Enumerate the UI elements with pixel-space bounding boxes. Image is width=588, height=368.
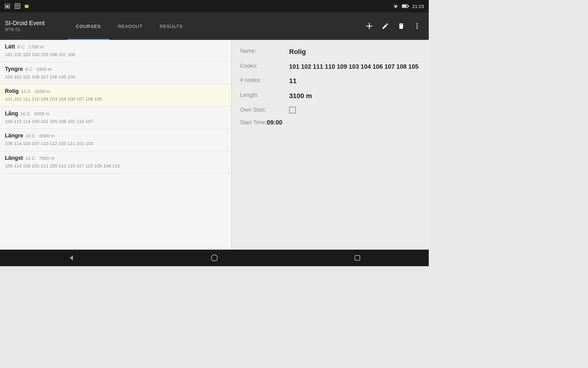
svg-rect-21 bbox=[355, 255, 360, 260]
sim-icon bbox=[5, 4, 11, 9]
back-button[interactable] bbox=[63, 250, 80, 266]
course-name-langre: Längre bbox=[5, 132, 23, 139]
detail-starttime-row: Start Time: 09:00 bbox=[240, 119, 420, 126]
name-value: Rolig bbox=[289, 47, 420, 57]
svg-line-8 bbox=[28, 5, 28, 5]
course-item-langre[interactable]: Längre 10 C 6500 m 106 114 103 107 110 1… bbox=[0, 129, 231, 151]
svg-point-3 bbox=[16, 5, 19, 7]
app-bar-actions bbox=[363, 19, 424, 33]
screenshot-icon bbox=[15, 3, 20, 9]
svg-point-5 bbox=[25, 6, 26, 7]
course-meta-langst: 13 C 7600 m bbox=[25, 155, 54, 161]
status-bar: 21:23 bbox=[0, 0, 429, 12]
svg-point-18 bbox=[417, 28, 418, 29]
svg-rect-10 bbox=[402, 5, 407, 7]
add-button[interactable] bbox=[363, 19, 376, 33]
course-item-latt[interactable]: Lätt 8 C 1700 m 101 102 103 104 105 106 … bbox=[0, 40, 231, 62]
course-name-tyngre: Tyngre bbox=[5, 66, 23, 72]
name-label: Name: bbox=[240, 47, 289, 54]
app-bar: SI-Droid Event MTB-OL COURSES READOUT RE… bbox=[0, 12, 429, 40]
detail-ownstart-row: Own Start: bbox=[240, 106, 420, 113]
more-button[interactable] bbox=[410, 19, 424, 33]
course-codes-lang: 104 115 114 109 101 105 108 102 110 107 bbox=[5, 118, 226, 125]
course-codes-latt: 101 102 103 104 105 106 107 108 bbox=[5, 51, 226, 58]
length-label: Length: bbox=[240, 91, 289, 98]
svg-point-17 bbox=[417, 25, 418, 27]
svg-rect-2 bbox=[15, 4, 20, 9]
svg-rect-11 bbox=[408, 6, 409, 7]
course-codes-tyngre: 103 102 101 108 107 106 105 104 bbox=[5, 74, 226, 81]
course-item-langst[interactable]: Längst 13 C 7600 m 106 114 103 101 111 1… bbox=[0, 151, 231, 174]
course-meta-rolig: 11 C 3100 m bbox=[21, 89, 50, 94]
own-start-label: Own Start: bbox=[240, 106, 289, 113]
course-meta-lang: 10 C 4200 m bbox=[21, 111, 49, 116]
own-start-checkbox[interactable] bbox=[289, 107, 296, 113]
detail-numcodes-row: # codes: 11 bbox=[240, 76, 420, 86]
course-name-rolig: Rolig bbox=[5, 88, 19, 94]
course-meta-langre: 10 C 6500 m bbox=[26, 133, 55, 138]
svg-point-6 bbox=[27, 6, 28, 7]
status-bar-right-icons: 21:23 bbox=[393, 4, 424, 9]
nav-tabs: COURSES READOUT RESULTS bbox=[67, 12, 363, 40]
main-content: Lätt 8 C 1700 m 101 102 103 104 105 106 … bbox=[0, 40, 429, 250]
battery-icon bbox=[402, 4, 409, 8]
start-time-value: 09:00 bbox=[267, 119, 282, 126]
tab-readout[interactable]: READOUT bbox=[109, 12, 151, 40]
course-meta-latt: 8 C 1700 m bbox=[17, 44, 44, 49]
course-codes-rolig: 101 102 111 110 109 103 104 106 107 108 … bbox=[5, 96, 226, 103]
recent-apps-button[interactable] bbox=[349, 250, 366, 266]
length-value: 3100 m bbox=[289, 91, 420, 101]
status-time: 21:23 bbox=[412, 4, 424, 9]
android-icon bbox=[24, 3, 29, 9]
wifi-icon bbox=[393, 4, 399, 9]
app-title-block: SI-Droid Event MTB-OL bbox=[5, 19, 60, 33]
home-button[interactable] bbox=[206, 250, 223, 266]
tab-results[interactable]: RESULTS bbox=[151, 12, 191, 40]
detail-panel: Name: Rolig Codes: 101 102 111 110 109 1… bbox=[232, 40, 429, 250]
codes-label: Codes: bbox=[240, 62, 289, 69]
codes-value: 101 102 111 110 109 103 104 106 107 108 … bbox=[289, 62, 420, 71]
num-codes-label: # codes: bbox=[240, 76, 289, 83]
svg-line-7 bbox=[25, 5, 25, 5]
course-name-latt: Lätt bbox=[5, 44, 15, 50]
course-item-lang[interactable]: Lång 10 C 4200 m 104 115 114 109 101 105… bbox=[0, 107, 231, 129]
course-item-rolig[interactable]: Rolig 11 C 3100 m 101 102 111 110 109 10… bbox=[0, 84, 231, 107]
status-bar-left-icons bbox=[5, 3, 29, 9]
app-title: SI-Droid Event bbox=[5, 19, 60, 27]
course-name-lang: Lång bbox=[5, 110, 18, 117]
svg-marker-19 bbox=[70, 255, 73, 260]
bottom-nav bbox=[0, 250, 429, 266]
course-list: Lätt 8 C 1700 m 101 102 103 104 105 106 … bbox=[0, 40, 232, 250]
tab-courses[interactable]: COURSES bbox=[67, 12, 109, 40]
app-subtitle: MTB-OL bbox=[5, 27, 60, 33]
svg-point-20 bbox=[211, 255, 217, 261]
course-codes-langst: 106 114 103 101 111 105 112 110 107 115 … bbox=[5, 163, 226, 170]
course-codes-langre: 106 114 103 107 110 112 105 111 101 103 bbox=[5, 140, 226, 147]
course-name-langst: Längst bbox=[5, 155, 23, 161]
start-time-label: Start Time: bbox=[240, 119, 267, 126]
course-meta-tyngre: 8 C 1900 m bbox=[25, 67, 52, 72]
detail-name-row: Name: Rolig bbox=[240, 47, 420, 57]
edit-button[interactable] bbox=[379, 19, 392, 33]
detail-length-row: Length: 3100 m bbox=[240, 91, 420, 101]
delete-button[interactable] bbox=[394, 19, 408, 33]
detail-codes-row: Codes: 101 102 111 110 109 103 104 106 1… bbox=[240, 62, 420, 71]
course-item-tyngre[interactable]: Tyngre 8 C 1900 m 103 102 101 108 107 10… bbox=[0, 62, 231, 85]
svg-point-16 bbox=[417, 23, 418, 25]
svg-rect-1 bbox=[6, 5, 9, 8]
num-codes-value: 11 bbox=[289, 76, 420, 86]
